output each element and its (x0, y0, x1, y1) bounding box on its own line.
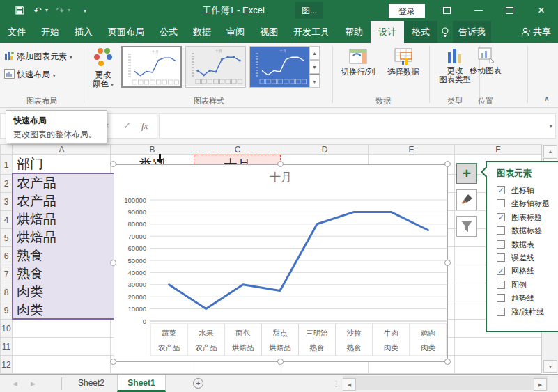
cell-A8[interactable]: 肉类 (13, 283, 110, 301)
undo-dropdown-icon[interactable]: ▾ (43, 0, 50, 21)
column-header-F[interactable]: F (454, 144, 542, 155)
share-button[interactable]: 共享 (521, 21, 551, 43)
chart-handle-se[interactable] (444, 359, 451, 365)
panel-item-坐标轴[interactable]: ✓坐标轴 (497, 185, 558, 196)
panel-item-误差线[interactable]: 误差线 (497, 253, 558, 264)
row-header-4[interactable]: 4 (0, 210, 13, 229)
column-header-E[interactable]: E (368, 144, 455, 155)
row-header-7[interactable]: 7 (0, 265, 13, 283)
enter-icon[interactable]: ✓ (123, 114, 131, 138)
chart-handle-nw[interactable] (110, 161, 116, 167)
tab-公式[interactable]: 公式 (152, 21, 185, 43)
chart-handle-sw[interactable] (110, 359, 116, 365)
redo-dropdown-icon[interactable]: ▾ (65, 0, 72, 21)
move-chart-button[interactable]: 移动图表 (464, 47, 507, 75)
switch-row-col-button[interactable]: 切换行/列 (336, 47, 380, 77)
panel-item-数据表[interactable]: 数据表 (497, 240, 558, 251)
chart-style-thumb-2[interactable]: 十月 (185, 46, 246, 88)
chart-handle-w[interactable] (110, 260, 116, 266)
undo-icon[interactable]: ↶ (32, 0, 43, 21)
tab-审阅[interactable]: 审阅 (219, 21, 252, 43)
cell-A1[interactable]: 部门 (13, 155, 110, 174)
checkbox-趋势线[interactable] (497, 294, 505, 302)
cell-A7[interactable]: 熟食 (13, 265, 110, 283)
row-header-9[interactable]: 9 (0, 301, 13, 320)
checkbox-坐标轴[interactable]: ✓ (497, 186, 505, 194)
scroll-left-button[interactable]: ◀ (343, 378, 356, 391)
checkbox-图例[interactable] (497, 281, 505, 289)
panel-item-坐标轴标题[interactable]: 坐标轴标题 (497, 198, 558, 210)
row-header-2[interactable]: 2 (0, 174, 13, 193)
row-header-10[interactable]: 10 (0, 319, 13, 338)
row-header-12[interactable]: 12 (0, 355, 13, 374)
sheet-nav-right-icon[interactable]: ▶ (31, 375, 36, 392)
cell-A6[interactable]: 熟食 (13, 246, 110, 265)
checkbox-坐标轴标题[interactable] (497, 199, 505, 207)
panel-item-图例[interactable]: 图例 (497, 280, 558, 291)
formula-input[interactable]: ▾ (159, 113, 556, 139)
checkbox-涨/跌柱线[interactable] (497, 308, 505, 316)
tab-页面布局[interactable]: 页面布局 (100, 21, 152, 43)
scroll-right-button[interactable]: ▶ (534, 378, 547, 391)
chart-handle-e[interactable] (444, 260, 451, 266)
maximize-button[interactable] (499, 0, 520, 21)
gallery-scroll-down[interactable]: ▼ (309, 60, 320, 74)
row-header-3[interactable]: 3 (0, 192, 13, 211)
panel-item-数据标签[interactable]: 数据标签 (497, 226, 558, 237)
redo-icon[interactable]: ↷ (54, 0, 65, 21)
column-header-D[interactable]: D (281, 144, 369, 155)
tab-插入[interactable]: 插入 (67, 21, 100, 43)
select-data-button[interactable]: 选择数据 (382, 47, 425, 77)
save-icon[interactable] (13, 0, 26, 21)
checkbox-图表标题[interactable]: ✓ (497, 213, 505, 221)
tab-帮助[interactable]: 帮助 (337, 21, 371, 43)
row-header-5[interactable]: 5 (0, 228, 13, 247)
column-header-B[interactable]: B (110, 144, 194, 155)
close-button[interactable]: × (531, 0, 552, 21)
scroll-up-button[interactable]: ▲ (543, 145, 557, 157)
column-header-C[interactable]: C (194, 144, 281, 155)
chart-area[interactable]: 十月 0100002000030000400005000060000700008… (114, 164, 448, 362)
cell-A5[interactable]: 烘焙品 (13, 228, 110, 246)
fx-icon[interactable]: fx (141, 114, 148, 138)
chart-style-thumb-3[interactable]: 十月 (249, 46, 310, 88)
horizontal-scrollbar[interactable]: ◀ ▶ (343, 376, 548, 390)
panel-item-网格线[interactable]: ✓网格线 (497, 266, 558, 277)
row-header-6[interactable]: 6 (0, 246, 13, 265)
tab-splitter-dots[interactable]: ⋮ (332, 375, 340, 392)
chart-elements-button[interactable]: + (456, 163, 477, 184)
sheet-tab-Sheet2[interactable]: Sheet2 (67, 375, 116, 392)
chart-style-thumb-1[interactable]: 十月 (121, 46, 182, 88)
cell-A2[interactable]: 农产品 (13, 174, 110, 192)
checkbox-数据表[interactable] (497, 240, 505, 249)
change-colors-button[interactable]: 更改 颜色 ▾ (88, 47, 118, 89)
scroll-down-button[interactable]: ▼ (543, 360, 557, 373)
tab-开始[interactable]: 开始 (33, 21, 67, 43)
panel-item-趋势线[interactable]: 趋势线 (497, 293, 558, 304)
ribbon-display-options-icon[interactable] (436, 0, 457, 21)
minimize-button[interactable]: — (468, 0, 489, 21)
checkbox-误差线[interactable] (497, 253, 505, 262)
gallery-more-button[interactable]: ▼ (309, 74, 320, 88)
chart-handle-s[interactable] (277, 359, 284, 365)
chart-handle-n[interactable] (277, 161, 284, 167)
checkbox-数据标签[interactable] (497, 226, 505, 235)
panel-item-涨/跌柱线[interactable]: 涨/跌柱线 (497, 307, 558, 318)
cell-A4[interactable]: 烘焙品 (13, 210, 110, 228)
tab-数据[interactable]: 数据 (185, 21, 219, 43)
quick-layout-button[interactable]: 快速布局 ▾ (4, 67, 56, 82)
checkbox-网格线[interactable]: ✓ (497, 267, 505, 275)
tab-视图[interactable]: 视图 (252, 21, 286, 43)
collapse-ribbon-button[interactable]: ∧ (541, 93, 553, 104)
qat-customize-icon[interactable]: ▾ (81, 0, 89, 21)
gallery-scroll-up[interactable]: ▲ (309, 46, 320, 60)
cell-A3[interactable]: 农产品 (13, 192, 110, 210)
chart-styles-button[interactable] (456, 189, 477, 210)
select-all-corner[interactable] (0, 144, 13, 155)
formula-bar-expand-icon[interactable]: ▾ (549, 114, 552, 138)
tab-开发工具[interactable]: 开发工具 (286, 21, 337, 43)
chart-title[interactable]: 十月 (114, 171, 447, 185)
sheet-tab-Sheet1[interactable]: Sheet1 (117, 375, 166, 392)
row-header-11[interactable]: 11 (0, 337, 13, 356)
cell-A9[interactable]: 肉类 (13, 301, 110, 319)
